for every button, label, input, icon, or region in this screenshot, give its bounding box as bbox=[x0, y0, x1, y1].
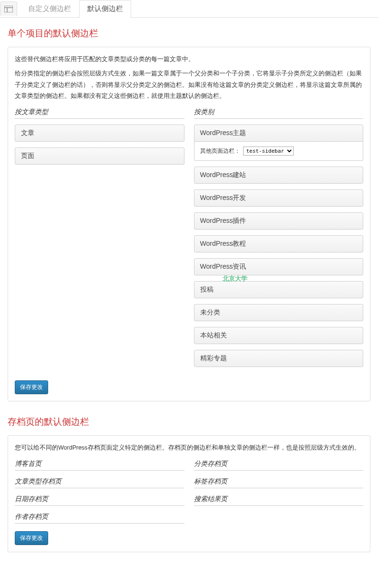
panel-single: 这些替代侧边栏将应用于匹配的文章类型或分类的每一篇文章中。 给分类指定的侧边栏会… bbox=[8, 47, 370, 401]
panel-archive: 您可以给不同的WordPress存档页面定义特定的侧边栏。存档页的侧边栏和单独文… bbox=[8, 435, 370, 552]
post-type-item[interactable]: 页面 bbox=[15, 147, 184, 165]
desc-line-2: 给分类指定的侧边栏会按照层级方式生效，如果一篇文章属于一个父分类和一个子分类，它… bbox=[15, 68, 363, 102]
panel-description: 这些替代侧边栏将应用于匹配的文章类型或分类的每一篇文章中。 给分类指定的侧边栏会… bbox=[15, 54, 363, 102]
category-item[interactable]: WordPress教程 bbox=[194, 235, 364, 252]
desc-line-1: 这些替代侧边栏将应用于匹配的文章类型或分类的每一篇文章中。 bbox=[15, 54, 363, 65]
category-item[interactable]: 未分类 bbox=[194, 304, 364, 321]
archive-item-post-type[interactable]: 文章类型存档页 bbox=[15, 477, 184, 488]
tabs-bar: 自定义侧边栏 默认侧边栏 bbox=[0, 0, 378, 18]
category-item[interactable]: 本站相关 bbox=[194, 327, 364, 344]
section-title: 存档页的默认侧边栏 bbox=[8, 416, 370, 428]
sidebar-select[interactable]: test-sidebar bbox=[243, 147, 294, 156]
panel-description: 您可以给不同的WordPress存档页面定义特定的侧边栏。存档页的侧边栏和单独文… bbox=[15, 442, 363, 454]
svg-rect-0 bbox=[4, 6, 13, 12]
layout-icon[interactable] bbox=[0, 1, 17, 16]
section-single-defaults: 单个项目的默认侧边栏 这些替代侧边栏将应用于匹配的文章类型或分类的每一篇文章中。… bbox=[0, 27, 378, 401]
archive-item-author[interactable]: 作者存档页 bbox=[15, 513, 184, 524]
category-sub-panel: 其他页面边栏： test-sidebar bbox=[194, 142, 364, 161]
desc-line: 您可以给不同的WordPress存档页面定义特定的侧边栏。存档页的侧边栏和单独文… bbox=[15, 442, 363, 454]
watermark-text: 北京大学 bbox=[223, 274, 247, 283]
archive-item-search[interactable]: 搜索结果页 bbox=[194, 495, 364, 506]
col-header-categories: 按类别 bbox=[194, 108, 364, 119]
archive-item-tag[interactable]: 标签存档页 bbox=[194, 477, 364, 488]
col-post-types: 按文章类型 文章 页面 bbox=[15, 108, 184, 373]
category-item[interactable]: WordPress建站 bbox=[194, 167, 364, 184]
save-button[interactable]: 保存更改 bbox=[15, 531, 48, 545]
tab-default-sidebar[interactable]: 默认侧边栏 bbox=[79, 0, 131, 18]
col-categories: 按类别 WordPress主题 其他页面边栏： test-sidebar Wor… bbox=[194, 108, 364, 373]
category-item[interactable]: 投稿 bbox=[194, 281, 364, 298]
category-item[interactable]: WordPress插件 bbox=[194, 212, 364, 230]
archive-item-category[interactable]: 分类存档页 bbox=[194, 460, 364, 471]
post-type-item[interactable]: 文章 bbox=[15, 125, 184, 142]
category-item[interactable]: WordPress主题 bbox=[194, 125, 364, 142]
save-button[interactable]: 保存更改 bbox=[15, 380, 48, 394]
col-header-post-types: 按文章类型 bbox=[15, 108, 184, 119]
section-title: 单个项目的默认侧边栏 bbox=[8, 27, 370, 40]
archive-item-blog-home[interactable]: 博客首页 bbox=[15, 460, 184, 471]
section-archive-defaults: 存档页的默认侧边栏 您可以给不同的WordPress存档页面定义特定的侧边栏。存… bbox=[0, 416, 378, 552]
category-item[interactable]: WordPress开发 bbox=[194, 189, 364, 207]
sub-label: 其他页面边栏： bbox=[200, 147, 240, 155]
archive-item-date[interactable]: 日期存档页 bbox=[15, 495, 184, 506]
category-item[interactable]: WordPress资讯 bbox=[194, 258, 364, 275]
tab-custom-sidebar[interactable]: 自定义侧边栏 bbox=[20, 0, 79, 17]
archive-grid: 博客首页 分类存档页 文章类型存档页 标签存档页 日期存档页 搜索结果页 作者存… bbox=[15, 460, 363, 524]
columns: 按文章类型 文章 页面 按类别 WordPress主题 其他页面边栏： test… bbox=[15, 108, 363, 373]
category-item[interactable]: 精彩专题 bbox=[194, 350, 364, 367]
